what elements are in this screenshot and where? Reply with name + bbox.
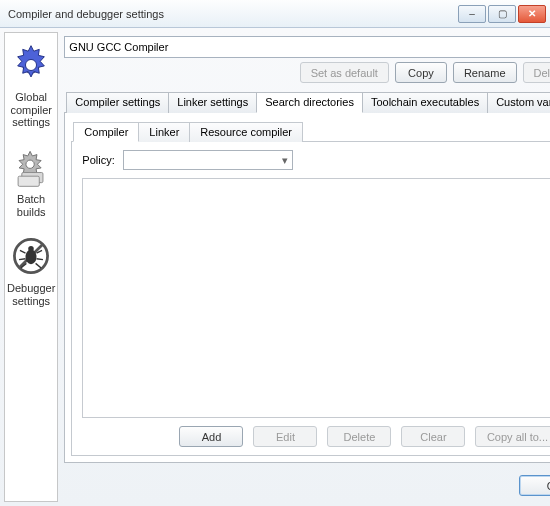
sidebar-item-label: Batch builds xyxy=(7,193,55,218)
ok-button[interactable]: OK xyxy=(519,475,550,496)
rename-button[interactable]: Rename xyxy=(453,62,517,83)
dialog-footer: OK Cancel xyxy=(64,469,550,496)
svg-point-2 xyxy=(26,160,34,168)
subtab-resource-compiler[interactable]: Resource compiler xyxy=(189,122,303,142)
subtab-compiler[interactable]: Compiler xyxy=(73,122,139,142)
tab-toolchain-executables[interactable]: Toolchain executables xyxy=(362,92,488,113)
titlebar: Compiler and debugger settings – ▢ ✕ xyxy=(0,0,550,28)
svg-point-7 xyxy=(26,250,37,265)
sub-tabs: Compiler Linker Resource compiler xyxy=(71,121,550,142)
sidebar-item-label: Global compiler settings xyxy=(7,91,55,129)
content-area: Global compiler settings Batch builds De… xyxy=(0,28,550,506)
delete-button[interactable]: Delete xyxy=(327,426,391,447)
gear-icon xyxy=(7,41,55,89)
compiler-button-row: Set as default Copy Rename Delete Reset … xyxy=(64,62,550,83)
set-default-button[interactable]: Set as default xyxy=(300,62,389,83)
list-actions: Add Edit Delete Clear Copy all to... xyxy=(82,426,550,447)
close-button[interactable]: ✕ xyxy=(518,5,546,23)
copy-button[interactable]: Copy xyxy=(395,62,447,83)
policy-row: Policy: ▾ xyxy=(82,150,550,170)
bug-ban-icon xyxy=(7,232,55,280)
svg-line-12 xyxy=(37,259,43,260)
svg-line-9 xyxy=(20,251,26,254)
chevron-down-icon: ▾ xyxy=(282,154,288,167)
window-buttons: – ▢ ✕ xyxy=(458,5,546,23)
sidebar-item-label: Debugger settings xyxy=(7,282,55,307)
svg-point-1 xyxy=(26,59,37,70)
tab-compiler-settings[interactable]: Compiler settings xyxy=(66,92,169,113)
tab-search-directories[interactable]: Search directories xyxy=(256,92,363,113)
directories-list[interactable]: ▴ ▾ xyxy=(82,178,550,418)
sidebar: Global compiler settings Batch builds De… xyxy=(4,32,58,502)
search-directories-panel: Compiler Linker Resource compiler Policy… xyxy=(64,113,550,463)
svg-line-11 xyxy=(19,259,25,260)
tab-linker-settings[interactable]: Linker settings xyxy=(168,92,257,113)
svg-line-14 xyxy=(36,264,42,269)
svg-rect-4 xyxy=(18,176,39,186)
subtab-linker[interactable]: Linker xyxy=(138,122,190,142)
edit-button[interactable]: Edit xyxy=(253,426,317,447)
main-tabs: Compiler settings Linker settings Search… xyxy=(64,91,550,113)
compiler-select[interactable]: GNU GCC Compiler ▾ xyxy=(64,36,550,58)
tab-custom-variables[interactable]: Custom variables xyxy=(487,92,550,113)
compiler-select-value: GNU GCC Compiler xyxy=(69,41,168,53)
sidebar-item-debugger[interactable]: Debugger settings xyxy=(5,228,57,315)
minimize-button[interactable]: – xyxy=(458,5,486,23)
clear-button[interactable]: Clear xyxy=(401,426,465,447)
policy-label: Policy: xyxy=(82,154,114,166)
compiler-dirs-panel: Policy: ▾ ▴ ▾ Add Edit Delete xyxy=(71,142,550,456)
batch-gear-icon xyxy=(7,143,55,191)
main-panel: GNU GCC Compiler ▾ Set as default Copy R… xyxy=(58,32,550,502)
sidebar-item-batch-builds[interactable]: Batch builds xyxy=(5,139,57,226)
svg-point-8 xyxy=(28,246,34,252)
copy-all-to-button[interactable]: Copy all to... xyxy=(475,426,550,447)
window-title: Compiler and debugger settings xyxy=(8,8,458,20)
delete-compiler-button[interactable]: Delete xyxy=(523,62,551,83)
maximize-button[interactable]: ▢ xyxy=(488,5,516,23)
sidebar-item-global-compiler[interactable]: Global compiler settings xyxy=(5,37,57,137)
add-button[interactable]: Add xyxy=(179,426,243,447)
policy-select[interactable]: ▾ xyxy=(123,150,293,170)
